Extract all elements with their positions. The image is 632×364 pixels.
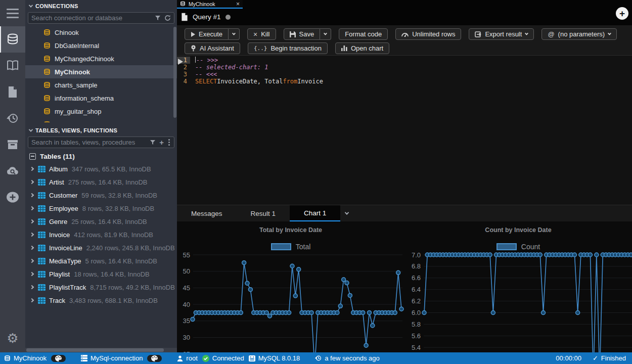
tab-chart1-label: Chart 1 [304, 209, 326, 217]
table-row[interactable]: Invoice412 rows, 81.9 KB, InnoDB [25, 228, 177, 241]
table-row[interactable]: Employee8 rows, 32.8 KB, InnoDB [25, 202, 177, 215]
chevron-down-icon [345, 210, 349, 214]
database-nav-icon[interactable] [0, 26, 25, 53]
chart-legend[interactable]: Total [177, 243, 404, 251]
status-user-label: root [186, 354, 197, 362]
table-row[interactable]: InvoiceLine2,240 rows, 245.8 KB, InnoDB [25, 241, 177, 254]
table-name: Customer [49, 192, 77, 199]
table-row[interactable]: Genre25 rows, 16.4 KB, InnoDB [25, 215, 177, 228]
collapse-icon[interactable] [29, 153, 36, 160]
connection-item[interactable]: information_schema [25, 92, 177, 105]
connections-search-input[interactable] [31, 14, 151, 22]
kebab-menu-icon[interactable] [167, 142, 171, 143]
new-tab-button[interactable]: + [616, 7, 628, 20]
begin-transaction-button[interactable]: {..} Begin transaction [248, 42, 328, 54]
tables-search-input[interactable] [31, 139, 146, 146]
total-chart[interactable]: 55504540353025 [177, 221, 404, 352]
sql-editor[interactable]: 1-- >>>2-- selected-chart: 13-- <<<4SELE… [177, 56, 632, 205]
table-row[interactable]: MediaType5 rows, 16.4 KB, InnoDB [25, 254, 177, 267]
format-code-button[interactable]: Format code [339, 28, 388, 40]
kill-button[interactable]: × Kill [247, 28, 276, 40]
chart-count-pane: 7.06.86.66.46.26.05.85.65.4 Count by Inv… [404, 221, 632, 352]
add-icon[interactable]: + [159, 139, 164, 146]
chart-legend[interactable]: Count [404, 243, 632, 251]
file-icon[interactable] [0, 79, 25, 105]
table-row[interactable]: Track3,483 rows, 688.1 KB, InnoDB [25, 294, 177, 307]
open-chart-label: Open chart [351, 44, 383, 52]
tables-horizontal-scrollbar[interactable] [25, 348, 177, 352]
add-circle-icon[interactable] [0, 184, 25, 210]
tables-header[interactable]: TABLES, VIEWS, FUNCTIONS [25, 124, 177, 135]
connection-item[interactable]: charts_sample [25, 78, 177, 92]
code-line[interactable]: 3-- <<< [177, 71, 632, 78]
status-connection[interactable]: MySql-connection [81, 354, 143, 362]
connections-scrollbar[interactable] [173, 27, 176, 118]
connection-color-picker[interactable] [147, 355, 162, 362]
tab-messages[interactable]: Messages [177, 205, 237, 221]
cloud-search-icon[interactable] [0, 158, 25, 184]
tab-result1[interactable]: Result 1 [237, 205, 290, 221]
svg-text:5.6: 5.6 [412, 332, 421, 340]
close-icon[interactable]: × [236, 1, 240, 8]
table-row[interactable]: Playlist18 rows, 16.4 KB, InnoDB [25, 267, 177, 281]
status-database[interactable]: MyChinook [4, 354, 47, 362]
table-row[interactable]: Album347 rows, 65.5 KB, InnoDB [25, 162, 177, 175]
run-section-marker-icon[interactable] [178, 59, 183, 65]
connection-item[interactable]: my_guitar_shop [25, 105, 177, 118]
save-button[interactable]: Save [284, 28, 321, 40]
chevron-right-icon[interactable] [30, 167, 34, 171]
export-result-button[interactable]: Export result [469, 28, 534, 40]
connection-item[interactable]: DbGateInternal [25, 39, 177, 52]
chevron-right-icon[interactable] [30, 259, 34, 263]
result-tabs-dropdown[interactable] [340, 205, 353, 221]
chevron-right-icon[interactable] [30, 180, 34, 184]
table-icon [38, 271, 46, 278]
svg-text:6.0: 6.0 [412, 309, 421, 316]
status-last-run-label: a few seconds ago [325, 354, 379, 362]
chevron-right-icon[interactable] [30, 219, 34, 223]
svg-text:35: 35 [183, 317, 190, 325]
filter-icon[interactable] [155, 15, 161, 21]
chevron-right-icon[interactable] [30, 193, 34, 197]
user-icon [177, 355, 183, 361]
connections-header[interactable]: CONNECTIONS [25, 0, 177, 11]
refresh-icon[interactable] [164, 15, 171, 21]
unlimited-rows-button[interactable]: Unlimited rows [395, 28, 461, 40]
connection-item[interactable]: MyChinook [25, 65, 177, 78]
table-row[interactable]: Artist275 rows, 16.4 KB, InnoDB [25, 175, 177, 189]
table-row[interactable]: Customer59 rows, 32.8 KB, InnoDB [25, 189, 177, 202]
table-row[interactable]: PlaylistTrack8,715 rows, 49.2 KB, InnoDB [25, 281, 177, 294]
connection-item[interactable]: MyChangedChinook [25, 52, 177, 65]
line-number: 2 [177, 64, 190, 71]
code-line[interactable]: 1-- >>> [177, 57, 632, 64]
code-line[interactable]: 2-- selected-chart: 1 [177, 64, 632, 71]
parameters-button[interactable]: @ (no parameters) [541, 28, 617, 40]
ai-assistant-button[interactable]: AI Assistant [185, 42, 240, 54]
save-dropdown-button[interactable] [320, 28, 331, 40]
connection-item[interactable]: Chinook [25, 26, 177, 39]
execute-button[interactable]: Execute [185, 28, 229, 40]
filter-icon[interactable] [150, 140, 156, 146]
chevron-right-icon[interactable] [30, 233, 34, 237]
svg-text:6.2: 6.2 [412, 297, 421, 305]
settings-gear-icon[interactable]: ⚙ [0, 328, 25, 348]
tables-group-row[interactable]: Tables (11) [25, 150, 177, 162]
export-result-label: Export result [485, 30, 522, 38]
execute-dropdown-button[interactable] [229, 28, 240, 40]
menu-icon[interactable] [0, 0, 25, 26]
chevron-right-icon[interactable] [30, 206, 34, 210]
open-chart-button[interactable]: Open chart [335, 42, 389, 54]
tab-chart1[interactable]: Chart 1 [290, 205, 340, 221]
count-chart[interactable]: 7.06.86.66.46.26.05.85.65.4 [404, 221, 632, 352]
book-icon[interactable] [0, 53, 25, 79]
code-line[interactable]: 4SELECT InvoiceDate, Total from Invoice [177, 78, 632, 85]
chevron-right-icon[interactable] [30, 272, 34, 276]
chevron-right-icon[interactable] [30, 298, 34, 302]
chevron-right-icon[interactable] [30, 246, 34, 250]
archive-icon[interactable] [0, 131, 25, 158]
database-color-picker[interactable] [51, 355, 66, 362]
history-icon[interactable] [0, 105, 25, 131]
connection-item[interactable]: mysql [25, 118, 177, 122]
tab-mychinook[interactable]: MyChinook × [177, 0, 243, 9]
chevron-right-icon[interactable] [30, 285, 34, 289]
